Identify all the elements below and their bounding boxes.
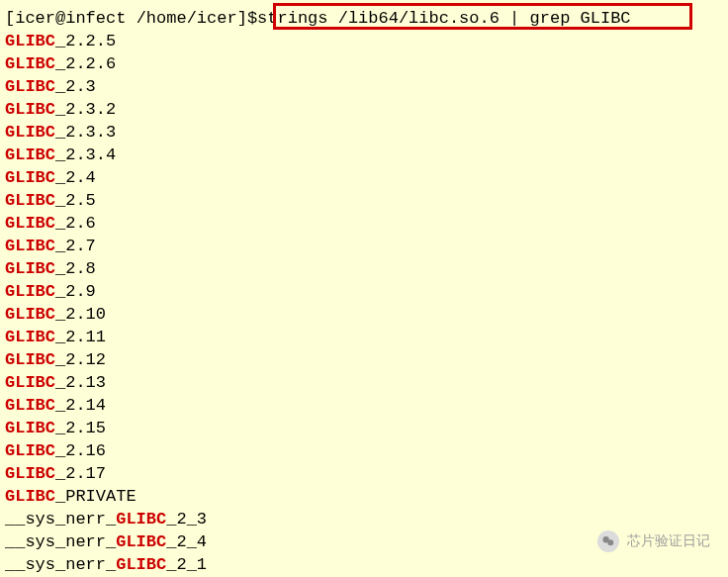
output-line: GLIBC_2.2.6 <box>5 52 723 75</box>
svg-point-1 <box>607 539 613 545</box>
output-line: GLIBC_PRIVATE <box>5 485 723 508</box>
grep-match: GLIBC <box>5 328 55 346</box>
output-line: GLIBC_2.5 <box>5 189 723 212</box>
output-line: GLIBC_2.16 <box>5 439 723 462</box>
output-line: __sys_nerr_GLIBC_2_1 <box>5 553 723 576</box>
watermark-text: 芯片验证日记 <box>627 529 710 552</box>
output-line: GLIBC_2.9 <box>5 280 723 303</box>
terminal-output: [icer@infect /home/icer]$strings /lib64/… <box>5 7 723 576</box>
grep-match: GLIBC <box>5 32 55 50</box>
output-line: GLIBC_2.3.2 <box>5 98 723 121</box>
grep-match: GLIBC <box>5 214 55 233</box>
output-line: GLIBC_2.3.4 <box>5 144 723 166</box>
grep-match: GLIBC <box>5 54 55 73</box>
output-line: GLIBC_2.10 <box>5 303 723 326</box>
wechat-icon <box>597 530 619 552</box>
command-text: strings /lib64/libc.so.6 | grep GLIBC <box>257 9 630 28</box>
grep-match: GLIBC <box>5 282 55 301</box>
grep-match: GLIBC <box>5 259 55 278</box>
output-line: GLIBC_2.11 <box>5 326 723 348</box>
grep-match: GLIBC <box>5 373 55 392</box>
watermark: 芯片验证日记 <box>597 529 710 552</box>
grep-match: GLIBC <box>5 305 55 324</box>
output-line: GLIBC_2.4 <box>5 166 723 189</box>
grep-match: GLIBC <box>5 441 55 460</box>
grep-match: GLIBC <box>5 168 55 187</box>
grep-match: GLIBC <box>5 191 55 210</box>
output-line: __sys_nerr_GLIBC_2_3 <box>5 508 723 530</box>
output-line: GLIBC_2.12 <box>5 348 723 371</box>
output-line: GLIBC_2.2.5 <box>5 30 723 52</box>
grep-match: GLIBC <box>116 510 166 529</box>
grep-match: GLIBC <box>5 145 55 164</box>
grep-match: GLIBC <box>116 532 166 551</box>
output-line: GLIBC_2.15 <box>5 417 723 439</box>
grep-match: GLIBC <box>5 100 55 119</box>
grep-match: GLIBC <box>5 464 55 483</box>
output-line: GLIBC_2.6 <box>5 212 723 235</box>
grep-match: GLIBC <box>5 77 55 96</box>
prompt-line: [icer@infect /home/icer]$strings /lib64/… <box>5 7 723 30</box>
output-line: GLIBC_2.3 <box>5 75 723 98</box>
output-line: GLIBC_2.13 <box>5 371 723 394</box>
grep-match: GLIBC <box>5 396 55 415</box>
output-line: GLIBC_2.7 <box>5 235 723 257</box>
grep-match: GLIBC <box>5 123 55 142</box>
output-line: GLIBC_2.17 <box>5 462 723 485</box>
grep-match: GLIBC <box>5 237 55 255</box>
output-line: GLIBC_2.8 <box>5 257 723 280</box>
grep-match: GLIBC <box>5 487 55 506</box>
grep-match: GLIBC <box>116 555 166 574</box>
output-line: GLIBC_2.14 <box>5 394 723 417</box>
grep-match: GLIBC <box>5 419 55 437</box>
output-line: GLIBC_2.3.3 <box>5 121 723 144</box>
grep-match: GLIBC <box>5 350 55 369</box>
